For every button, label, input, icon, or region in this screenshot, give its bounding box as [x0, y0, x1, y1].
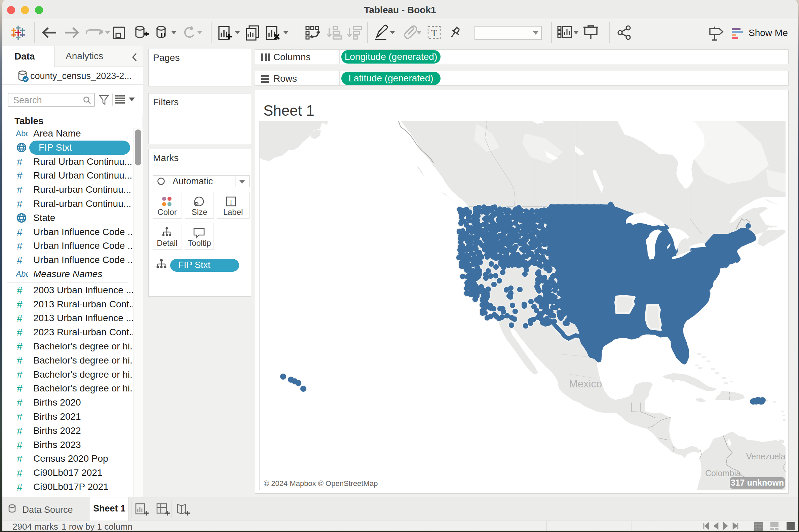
- svg-text:Tooltip: Tooltip: [188, 239, 211, 247]
- svg-text:#: #: [17, 369, 22, 380]
- svg-text:#: #: [17, 241, 22, 251]
- svg-text:#: #: [17, 453, 22, 464]
- svg-text:#: #: [17, 313, 22, 324]
- svg-text:#: #: [17, 184, 22, 195]
- svg-text:#: #: [17, 299, 22, 310]
- svg-text:#: #: [17, 355, 22, 366]
- svg-text:Detail: Detail: [157, 239, 177, 247]
- svg-text:T: T: [229, 198, 233, 206]
- svg-text:Colombia: Colombia: [705, 469, 741, 478]
- svg-text:#: #: [17, 411, 22, 422]
- svg-text:Mexico: Mexico: [569, 378, 602, 390]
- svg-text:Show Me: Show Me: [748, 27, 788, 38]
- svg-text:#: #: [17, 227, 22, 238]
- svg-text:#: #: [17, 341, 22, 352]
- svg-text:Label: Label: [223, 208, 243, 216]
- svg-text:#: #: [17, 254, 22, 266]
- svg-text:#: #: [17, 383, 22, 394]
- svg-text:#: #: [17, 285, 22, 296]
- svg-text:#: #: [17, 439, 22, 451]
- svg-text:Venezuela: Venezuela: [746, 452, 785, 461]
- svg-text:#: #: [17, 327, 22, 338]
- svg-text:#: #: [17, 468, 22, 478]
- svg-text:Automatic: Automatic: [172, 176, 213, 186]
- svg-text:317 unknown: 317 unknown: [731, 478, 784, 487]
- svg-text:Size: Size: [192, 208, 208, 216]
- svg-text:© 2024 Mapbox © OpenStreetMap: © 2024 Mapbox © OpenStreetMap: [264, 479, 378, 488]
- svg-text:Abc: Abc: [16, 129, 28, 138]
- svg-text:#: #: [17, 170, 22, 181]
- svg-text:#: #: [17, 156, 22, 168]
- svg-text:#: #: [17, 397, 22, 408]
- svg-text:#: #: [17, 198, 22, 209]
- svg-text:Color: Color: [157, 208, 176, 216]
- svg-text:T: T: [431, 27, 437, 38]
- svg-text:#: #: [17, 481, 22, 493]
- svg-text:Abc: Abc: [16, 269, 28, 279]
- svg-text:#: #: [17, 425, 22, 437]
